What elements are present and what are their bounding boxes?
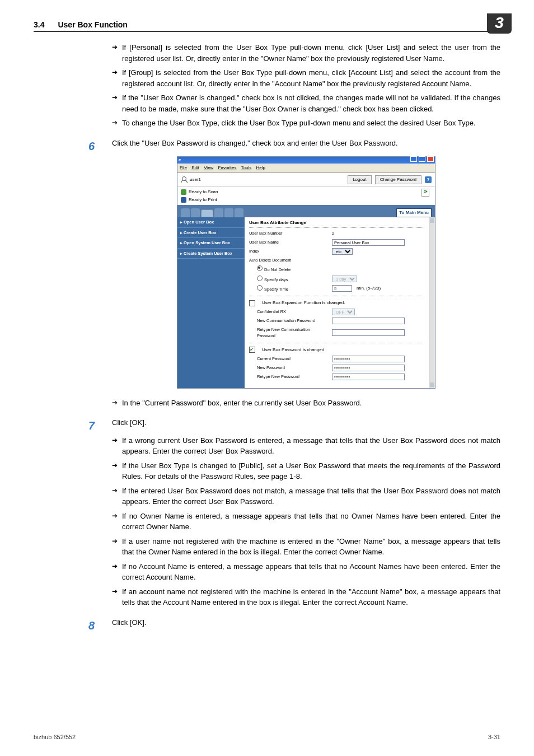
expansion-changed-label: User Box Expansion Function is changed. — [262, 300, 345, 306]
bullet-item: If a user name not registered with the m… — [112, 536, 500, 558]
retype-new-comm-pw-label: Retype New Communication Password — [249, 326, 327, 339]
username-label: user1 — [190, 176, 201, 183]
nav-tab[interactable] — [191, 208, 200, 217]
change-password-button[interactable]: Change Password — [375, 175, 421, 184]
step-number: 7 — [88, 417, 95, 434]
bullet-item: If the "User Box Owner is changed." chec… — [112, 92, 500, 114]
footer-product: bizhub 652/552 — [34, 734, 76, 740]
window-titlebar: e — [177, 157, 435, 164]
menu-edit[interactable]: Edit — [191, 165, 199, 170]
new-password-input[interactable] — [332, 365, 405, 371]
specify-time-label: Specify Time — [264, 287, 288, 292]
bullet-item: If no Owner Name is entered, a message a… — [112, 511, 500, 533]
menu-file[interactable]: File — [180, 165, 187, 170]
minimize-icon[interactable] — [410, 156, 417, 162]
nav-tab[interactable] — [224, 208, 233, 217]
bullet-item: If the User Box Type is changed to [Publ… — [112, 460, 500, 482]
sidebar-item-create-system-user-box[interactable]: Create System User Box — [177, 249, 245, 259]
bullet-item: If [Personal] is selected from the User … — [112, 42, 500, 64]
menu-bar: File Edit View Favorites Tools Help — [177, 164, 435, 173]
new-comm-pw-label: New Communication Password — [249, 318, 327, 324]
current-password-label: Current Password — [249, 356, 327, 362]
radio-specify-time[interactable] — [257, 285, 263, 291]
checkbox-password-changed[interactable] — [249, 347, 255, 353]
radio-specify-days[interactable] — [257, 276, 263, 281]
maximize-icon[interactable] — [419, 156, 425, 162]
bullet-item: If a wrong current User Box Password is … — [112, 435, 500, 457]
section-title: User Box Function — [58, 20, 127, 29]
app-logo-icon: e — [179, 157, 181, 164]
bullet-list-intro: If [Personal] is selected from the User … — [112, 42, 500, 129]
specify-days-select: 1 day — [332, 276, 357, 282]
userbox-name-input[interactable] — [332, 239, 405, 246]
section-number: 3.4 — [34, 20, 44, 29]
bullet-item: If no Account Name is entered, a message… — [112, 561, 500, 583]
refresh-icon[interactable]: ⟳ — [421, 189, 429, 197]
do-not-delete-label: Do Not Delete — [264, 267, 291, 272]
retype-new-password-label: Retype New Password — [249, 374, 327, 380]
sidebar-item-open-user-box[interactable]: Open User Box — [177, 217, 245, 228]
scrollbar[interactable] — [429, 217, 435, 388]
menu-favorites[interactable]: Favorites — [218, 165, 237, 170]
bullet-item: If [Group] is selected from the User Box… — [112, 67, 500, 89]
step-text: Click [OK]. — [112, 618, 146, 627]
scan-status: Ready to Scan — [189, 189, 218, 195]
bullet-item: In the "Current Password" box, enter the… — [112, 398, 500, 409]
retype-new-password-input[interactable] — [332, 374, 405, 380]
specify-time-unit: min. (5-720) — [357, 285, 381, 292]
close-icon[interactable] — [427, 156, 434, 162]
print-status-icon — [181, 197, 186, 203]
user-icon — [181, 176, 186, 183]
menu-help[interactable]: Help — [256, 165, 265, 170]
sidebar: Open User Box Create User Box Open Syste… — [177, 217, 245, 388]
menu-tools[interactable]: Tools — [241, 165, 252, 170]
step-text: Click [OK]. — [112, 418, 146, 427]
userbox-name-label: User Box Name — [249, 239, 327, 245]
print-status: Ready to Print — [189, 197, 217, 203]
new-password-label: New Password — [249, 365, 327, 371]
bullet-item: If the entered User Box Password does no… — [112, 486, 500, 507]
password-changed-label: User Box Password is changed. — [262, 347, 325, 353]
step-number: 6 — [88, 138, 95, 155]
sidebar-item-open-system-user-box[interactable]: Open System User Box — [177, 238, 245, 249]
new-comm-pw-input — [332, 318, 405, 324]
bullet-item: To change the User Box Type, click the U… — [112, 118, 500, 129]
sidebar-item-create-user-box[interactable]: Create User Box — [177, 228, 245, 239]
help-icon[interactable]: ? — [425, 176, 432, 183]
step-text: Click the "User Box Password is changed.… — [112, 139, 398, 147]
specify-days-label: Specify days — [264, 277, 288, 282]
auto-delete-label: Auto Delete Document — [249, 257, 327, 263]
app-screenshot: e File Edit View Favorites Tools Help us… — [177, 156, 435, 389]
panel-title: User Box Attribute Change — [249, 220, 424, 228]
nav-tab[interactable] — [181, 208, 190, 217]
nav-tab-selected[interactable] — [201, 209, 213, 217]
menu-view[interactable]: View — [204, 165, 213, 170]
footer-page: 3-31 — [488, 734, 500, 740]
bullet-list-step7: If a wrong current User Box Password is … — [112, 435, 500, 608]
checkbox-expansion-changed[interactable] — [249, 300, 255, 306]
to-main-menu-button[interactable]: To Main Menu — [396, 208, 432, 217]
confidential-rx-select: OFF — [332, 309, 355, 315]
userbox-number-value: 2 — [332, 230, 334, 237]
userbox-number-label: User Box Number — [249, 230, 327, 236]
nav-tab[interactable] — [235, 208, 243, 217]
retype-new-comm-pw-input — [332, 329, 405, 336]
chapter-badge: 3 — [487, 13, 512, 34]
confidential-rx-label: Confidential RX — [249, 309, 327, 315]
radio-do-not-delete[interactable] — [257, 265, 263, 271]
logout-button[interactable]: Logout — [348, 175, 371, 184]
bullet-list-step6: In the "Current Password" box, enter the… — [112, 398, 500, 409]
nav-tab[interactable] — [214, 208, 223, 217]
bullet-item: If an account name not registered with t… — [112, 586, 500, 608]
specify-time-input — [332, 285, 352, 292]
scan-status-icon — [181, 189, 186, 195]
current-password-input[interactable] — [332, 356, 405, 362]
index-select[interactable]: etc — [332, 248, 353, 255]
step-number: 8 — [88, 617, 95, 634]
index-label: Index — [249, 248, 327, 254]
